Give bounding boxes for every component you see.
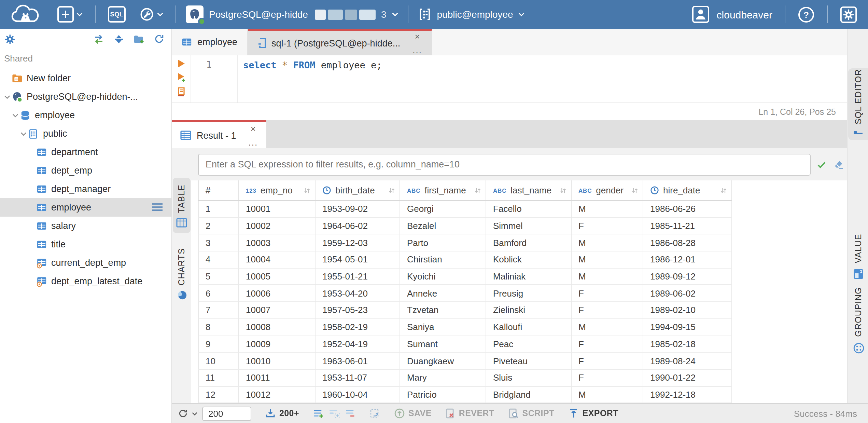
column-header-emp_no[interactable]: 123emp_no [239, 180, 316, 200]
code-area[interactable]: select * FROM employee e; [238, 55, 847, 103]
fetch-more-rows-button[interactable]: 200+ [265, 408, 299, 419]
expand-chevron-icon[interactable] [3, 95, 11, 99]
tree-item-new-folder[interactable]: New folder [0, 69, 171, 87]
table-cell[interactable]: 10012 [239, 386, 316, 403]
table-cell[interactable]: F [572, 336, 643, 353]
table-cell[interactable]: Chirstian [400, 251, 486, 268]
tab-charts-view[interactable]: CHARTS [173, 241, 191, 306]
table-cell[interactable]: 1958-02-19 [316, 319, 400, 336]
close-icon[interactable]: × [415, 33, 420, 41]
table-cell[interactable]: 10011 [239, 370, 316, 386]
new-connection-button[interactable] [57, 6, 83, 23]
column-header-gender[interactable]: ABCgender [572, 180, 643, 200]
table-cell[interactable]: 1963-06-01 [316, 353, 400, 369]
table-cell[interactable]: 10007 [239, 302, 316, 319]
tree-item-dept-emp[interactable]: dept_emp [0, 161, 171, 180]
tree-item-employee[interactable]: employee [0, 198, 171, 217]
table-cell[interactable]: 10002 [239, 218, 316, 234]
delete-row-button[interactable] [345, 408, 356, 419]
tree-item-dept-emp-latest-date[interactable]: dept_emp_latest_date [0, 272, 171, 290]
table-cell[interactable]: 1989-08-24 [643, 353, 732, 369]
duplicate-row-button[interactable]: (+) [328, 408, 340, 419]
tab-grouping-panel[interactable]: GROUPING [848, 287, 868, 354]
row-number-cell[interactable]: 9 [198, 336, 239, 353]
table-cell[interactable]: Mary [400, 370, 486, 386]
tree-item-salary[interactable]: salary [0, 217, 171, 235]
item-menu-icon[interactable] [152, 203, 163, 211]
column-header-rownum[interactable]: # [198, 180, 239, 200]
row-number-cell[interactable]: 1 [198, 201, 239, 218]
column-header-birth_date[interactable]: birth_date [316, 180, 400, 200]
table-cell[interactable]: M [572, 386, 643, 403]
table-cell[interactable]: 1953-09-02 [316, 201, 400, 218]
sort-icon[interactable] [382, 186, 395, 194]
table-cell[interactable]: Facello [486, 201, 572, 218]
tab-sql-editor-panel[interactable]: SQL EDITOR [848, 68, 868, 140]
export-button[interactable]: EXPORT [568, 408, 618, 419]
table-cell[interactable]: 1952-04-19 [316, 336, 400, 353]
generate-script-button[interactable] [369, 408, 380, 419]
table-cell[interactable]: Georgi [400, 201, 486, 218]
table-cell[interactable]: Bamford [486, 235, 572, 251]
tree-item-title[interactable]: title [0, 235, 171, 254]
add-row-button[interactable] [313, 408, 324, 419]
table-cell[interactable]: 1957-05-23 [316, 302, 400, 319]
table-cell[interactable]: 10008 [239, 319, 316, 336]
table-cell[interactable]: 1959-12-03 [316, 235, 400, 251]
table-cell[interactable]: M [572, 269, 643, 285]
table-cell[interactable]: 1986-08-28 [643, 235, 732, 251]
sort-icon[interactable] [554, 186, 567, 194]
tab-table-view[interactable]: TABLE [173, 178, 191, 233]
sort-icon[interactable] [298, 186, 311, 194]
table-cell[interactable]: 1985-02-18 [643, 336, 732, 353]
row-number-cell[interactable]: 4 [198, 251, 239, 268]
table-cell[interactable]: 1985-11-21 [643, 218, 732, 234]
user-menu[interactable]: cloudbeaver [692, 5, 772, 23]
table-cell[interactable]: 10004 [239, 251, 316, 268]
column-header-last_name[interactable]: ABClast_name [486, 180, 572, 200]
execute-script-button[interactable] [177, 87, 186, 97]
sort-icon[interactable] [714, 186, 727, 194]
table-cell[interactable]: 1986-12-01 [643, 251, 732, 268]
code-line[interactable]: select * FROM employee e; [243, 57, 847, 72]
close-icon[interactable]: × [251, 125, 256, 133]
tab-value-panel[interactable]: VALUE [848, 234, 868, 279]
collapse-all-icon[interactable] [113, 34, 124, 44]
table-cell[interactable]: 1989-02-10 [643, 302, 732, 319]
row-number-cell[interactable]: 10 [198, 353, 239, 369]
apply-filter-icon[interactable] [816, 159, 827, 170]
table-cell[interactable]: 1953-04-20 [316, 285, 400, 302]
table-cell[interactable]: Sluis [486, 370, 572, 386]
settings-button[interactable] [840, 6, 857, 23]
new-folder-icon[interactable] [133, 34, 145, 44]
tree-item-department[interactable]: department [0, 143, 171, 161]
table-cell[interactable]: 10010 [239, 353, 316, 369]
refresh-tree-icon[interactable] [154, 33, 165, 44]
table-cell[interactable]: 1989-06-02 [643, 285, 732, 302]
row-number-cell[interactable]: 6 [198, 285, 239, 302]
row-number-cell[interactable]: 5 [198, 269, 239, 285]
tab-menu-icon[interactable]: ... [249, 140, 258, 146]
tree-item-employee[interactable]: employee [0, 106, 171, 124]
tree-item-postgresql-ep-hidden-[interactable]: PostgreSQL@ep-hidden-... [0, 87, 171, 106]
row-limit-input[interactable] [202, 406, 251, 421]
table-cell[interactable]: M [572, 251, 643, 268]
table-cell[interactable]: 1960-10-04 [316, 386, 400, 403]
table-cell[interactable]: 1953-11-07 [316, 370, 400, 386]
tab-employee[interactable]: employee [172, 29, 248, 55]
tab-sql-1[interactable]: sql-1 (PostgreSQL@ep-hidde... × ... [248, 29, 432, 55]
table-cell[interactable]: Maliniak [486, 269, 572, 285]
table-cell[interactable]: Peac [486, 336, 572, 353]
sync-connection-icon[interactable] [93, 34, 104, 44]
filter-input[interactable] [199, 159, 810, 169]
column-header-first_name[interactable]: ABCfirst_name [400, 180, 486, 200]
table-cell[interactable]: Parto [400, 235, 486, 251]
table-cell[interactable]: M [572, 235, 643, 251]
row-number-cell[interactable]: 7 [198, 302, 239, 319]
table-cell[interactable]: F [572, 353, 643, 369]
row-number-cell[interactable]: 11 [198, 370, 239, 386]
table-cell[interactable]: F [572, 302, 643, 319]
table-cell[interactable]: M [572, 201, 643, 218]
table-cell[interactable]: Saniya [400, 319, 486, 336]
table-cell[interactable]: Kyoichi [400, 269, 486, 285]
